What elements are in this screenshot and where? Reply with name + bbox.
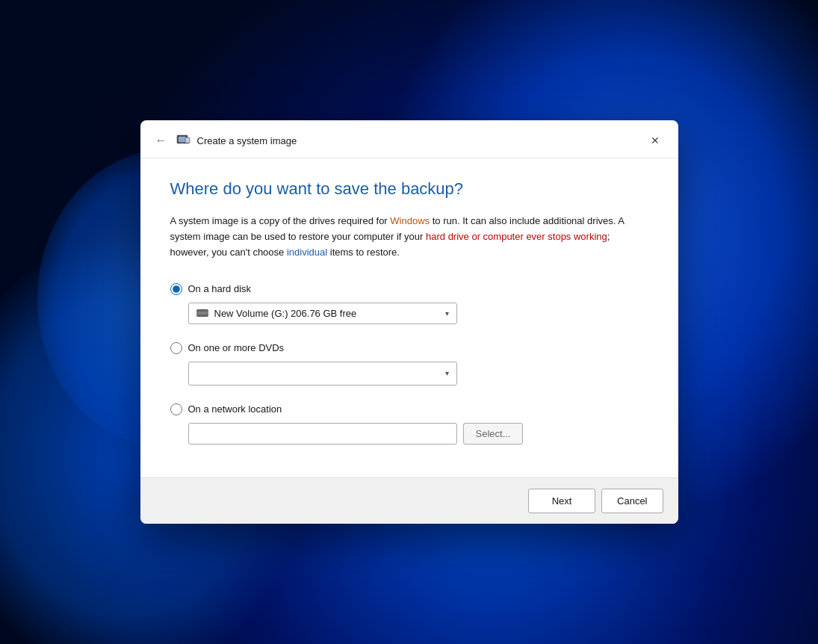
- hard-disk-label-text: On a hard disk: [188, 283, 252, 294]
- dvd-option-label[interactable]: On one or more DVDs: [170, 342, 648, 354]
- description-text: A system image is a copy of the drives r…: [170, 214, 648, 260]
- hard-disk-dropdown-arrow: ▾: [445, 309, 449, 318]
- drive-icon: [196, 309, 208, 317]
- dvd-dropdown-wrapper: ▾: [188, 362, 648, 386]
- dvd-dropdown-arrow: ▾: [445, 369, 449, 377]
- network-label-text: On a network location: [188, 403, 282, 415]
- hard-disk-radio[interactable]: [170, 283, 182, 295]
- cancel-button[interactable]: Cancel: [601, 489, 663, 513]
- svg-rect-1: [179, 137, 186, 142]
- svg-point-5: [187, 143, 188, 143]
- desc-windows: Windows: [390, 215, 430, 226]
- dialog-footer: Next Cancel: [140, 477, 678, 524]
- hard-disk-option-group: On a hard disk New Volume (G:) 206.76 GB…: [170, 283, 648, 324]
- page-heading: Where do you want to save the backup?: [170, 179, 648, 199]
- hard-disk-option-label[interactable]: On a hard disk: [170, 283, 648, 295]
- dvd-label-text: On one or more DVDs: [188, 342, 285, 353]
- dialog: ← Create a system image ✕ Where do you w…: [140, 120, 678, 523]
- dvd-radio[interactable]: [170, 342, 182, 354]
- back-button[interactable]: ←: [152, 131, 170, 150]
- svg-rect-2: [180, 142, 185, 143]
- dvd-dropdown[interactable]: ▾: [188, 362, 457, 386]
- hard-disk-dropdown-text: New Volume (G:) 206.76 GB free: [214, 308, 439, 319]
- system-image-icon: [176, 133, 191, 148]
- network-option-label[interactable]: On a network location: [170, 403, 648, 415]
- options-section: On a hard disk New Volume (G:) 206.76 GB…: [170, 283, 648, 462]
- title-bar: ← Create a system image ✕: [140, 120, 678, 158]
- dialog-title: Create a system image: [197, 135, 644, 146]
- svg-rect-4: [186, 138, 189, 142]
- close-button[interactable]: ✕: [644, 129, 666, 152]
- network-input-row: Select...: [188, 423, 648, 445]
- dialog-content: Where do you want to save the backup? A …: [140, 158, 678, 477]
- network-radio[interactable]: [170, 403, 182, 415]
- desc-harddrive: hard drive or computer ever stops workin…: [426, 231, 607, 242]
- network-option-group: On a network location Select...: [170, 403, 648, 445]
- desc-individual: individual: [287, 247, 327, 258]
- select-button[interactable]: Select...: [463, 423, 524, 445]
- hard-disk-dropdown[interactable]: New Volume (G:) 206.76 GB free ▾: [188, 303, 457, 324]
- next-button[interactable]: Next: [528, 489, 595, 513]
- dvd-option-group: On one or more DVDs ▾: [170, 342, 648, 386]
- network-location-input[interactable]: [188, 423, 457, 445]
- hard-disk-dropdown-wrapper: New Volume (G:) 206.76 GB free ▾: [188, 303, 648, 324]
